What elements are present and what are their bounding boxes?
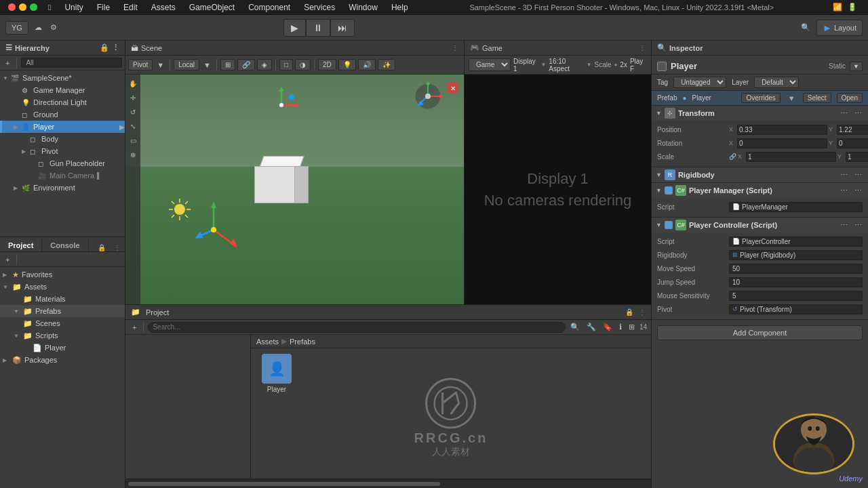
tree-materials[interactable]: 📁 Materials [0, 293, 125, 305]
scene-view[interactable]: ✋ ✛ ↺ ⤡ ▭ ⊕ [125, 75, 464, 304]
breadcrumb-assets[interactable]: Assets [256, 338, 279, 346]
panel-menu-icon[interactable]: ⋮ [110, 244, 125, 251]
search-icon-btn[interactable]: 🔍 [568, 322, 582, 332]
hierarchy-item-gunplaceholder[interactable]: ◻ Gun Placeholder [0, 157, 125, 169]
layout-btn[interactable]: ► Layout [816, 20, 863, 36]
pm-dots1[interactable]: ⋯ [838, 186, 850, 196]
hierarchy-add-btn[interactable]: + [3, 58, 12, 68]
file-menu[interactable]: File [94, 3, 113, 12]
game-display-sel[interactable]: Game [469, 58, 511, 71]
hierarchy-item-dirlight[interactable]: 💡 Directional Light [0, 96, 125, 108]
transform-header[interactable]: ▼ ⊹ Transform ⋯ ⋯ [652, 106, 868, 121]
pc-header[interactable]: ▼ C# Player Controller (Script) ⋯ ⋯ [652, 218, 868, 232]
asset-item-player[interactable]: 👤 Player [256, 354, 297, 393]
search-btn[interactable]: 🔍 [799, 22, 812, 33]
tree-player-script[interactable]: 📄 Player [0, 342, 125, 354]
apple-menu[interactable]:  [45, 3, 54, 12]
render-mode-btn[interactable]: □ [279, 59, 293, 70]
help-menu[interactable]: Help [389, 3, 411, 12]
rigidbody-header[interactable]: ▼ R Rigidbody ⋯ ⋯ [652, 167, 868, 182]
project-search-input[interactable] [148, 322, 565, 333]
obj-active-checkbox[interactable] [657, 62, 667, 71]
pm-dots2[interactable]: ⋯ [852, 186, 864, 196]
hierarchy-item-maincamera[interactable]: 🎥 Main Camera ▌ [0, 169, 125, 182]
pos-y-input[interactable] [837, 125, 868, 135]
breadcrumb-prefabs[interactable]: Prefabs [290, 338, 315, 346]
scale-x-input[interactable] [746, 152, 836, 162]
scale-tool[interactable]: ⤡ [127, 120, 139, 132]
panel-lock-icon[interactable]: 🔒 [94, 244, 110, 251]
window-menu[interactable]: Window [346, 3, 380, 12]
tree-assets[interactable]: ▼ 📁 Assets [0, 281, 125, 293]
static-dropdown[interactable]: ▼ [850, 62, 863, 71]
pivot-btn[interactable]: Pivot [128, 59, 153, 70]
local-dropdown[interactable]: ▼ [201, 60, 213, 70]
account-btn[interactable]: YG [5, 21, 28, 35]
rot-y-input[interactable] [837, 138, 868, 148]
rb-dots1[interactable]: ⋯ [838, 170, 850, 180]
rotate-tool[interactable]: ↺ [127, 106, 139, 118]
2d-btn[interactable]: 2D [318, 59, 336, 70]
open-btn[interactable]: Open [837, 93, 863, 103]
scene-close-btn[interactable]: ✕ [448, 83, 458, 94]
transform-tool[interactable]: ⊕ [127, 148, 139, 161]
assets-menu[interactable]: Assets [149, 3, 178, 12]
tree-favorites[interactable]: ▶ ★ Favorites [0, 268, 125, 281]
hierarchy-item-samplescene[interactable]: ▼ 🎬 SampleScene* [0, 72, 125, 84]
snap-btn[interactable]: 🔗 [237, 59, 255, 70]
scale-y-input[interactable] [846, 152, 868, 162]
hierarchy-item-gamemanager[interactable]: ⚙ Game Manager [0, 84, 125, 96]
gameobject-menu[interactable]: GameObject [186, 3, 237, 12]
scene-menu-icon[interactable]: ⋮ [452, 44, 458, 52]
info-btn[interactable]: ℹ [617, 322, 624, 332]
services-menu[interactable]: Services [301, 3, 338, 12]
traffic-lights[interactable] [8, 3, 37, 11]
audio-btn[interactable]: 🔊 [358, 59, 376, 70]
pivot-dropdown[interactable]: ▼ [155, 60, 166, 70]
local-btn[interactable]: Local [174, 59, 199, 70]
overrides-dropdown[interactable]: ▼ [786, 94, 797, 103]
pos-x-input[interactable] [737, 125, 827, 135]
component-menu[interactable]: Component [245, 3, 293, 12]
hand-tool[interactable]: ✋ [127, 77, 139, 89]
tab-console[interactable]: Console [42, 239, 88, 251]
bottom-scrollbar[interactable] [125, 479, 651, 488]
bookmark-btn[interactable]: 🔖 [601, 322, 614, 332]
shading-btn[interactable]: ◑ [295, 59, 311, 70]
tab-project[interactable]: Project [0, 239, 42, 251]
hierarchy-item-body[interactable]: ◻ Body [0, 133, 125, 145]
rect-tool[interactable]: ▭ [127, 134, 139, 146]
hierarchy-item-player[interactable]: ▶ 👤 Player ▶ [0, 121, 125, 133]
pc-dots1[interactable]: ⋯ [838, 220, 850, 230]
tree-scenes[interactable]: 📁 Scenes [0, 317, 125, 329]
hierarchy-lock-icon[interactable]: 🔒 [100, 43, 109, 52]
rb-dots2[interactable]: ⋯ [852, 170, 864, 180]
gizmo-btn[interactable]: ◈ [257, 59, 272, 70]
pc-movespeed-input[interactable] [729, 264, 863, 274]
minimize-btn[interactable] [19, 3, 26, 11]
select-btn[interactable]: Select [803, 93, 831, 103]
columns-btn[interactable]: ⊞ [627, 322, 637, 332]
grid-btn[interactable]: ⊞ [220, 59, 235, 70]
game-menu-icon[interactable]: ⋮ [639, 44, 646, 52]
pm-header[interactable]: ▼ C# Player Manager (Script) ⋯ ⋯ [652, 183, 868, 198]
move-tool[interactable]: ✛ [127, 92, 139, 104]
pc-dots2[interactable]: ⋯ [852, 220, 864, 230]
unity-menu[interactable]: Unity [62, 3, 85, 12]
pc-mousesens-input[interactable] [729, 291, 863, 301]
filter-btn[interactable]: 🔧 [585, 322, 598, 332]
hierarchy-menu-icon[interactable]: ⋮ [112, 43, 119, 52]
settings-btn[interactable]: ⚙ [48, 22, 59, 33]
fx-btn[interactable]: ✨ [378, 59, 395, 70]
pc-checkbox[interactable] [665, 221, 673, 229]
hierarchy-search[interactable]: All [21, 58, 122, 68]
hierarchy-item-pivot[interactable]: ▶ ◻ Pivot [0, 145, 125, 157]
pause-btn[interactable]: ⏸ [306, 19, 330, 37]
add-component-btn[interactable]: Add Component [657, 325, 863, 340]
step-btn[interactable]: ⏭ [330, 19, 355, 37]
rot-x-input[interactable] [737, 138, 827, 148]
close-btn[interactable] [8, 3, 16, 11]
tree-prefabs[interactable]: ▼ 📁 Prefabs [0, 305, 125, 317]
project-add-btn2[interactable]: + [130, 323, 139, 332]
light-btn[interactable]: 💡 [338, 59, 356, 70]
